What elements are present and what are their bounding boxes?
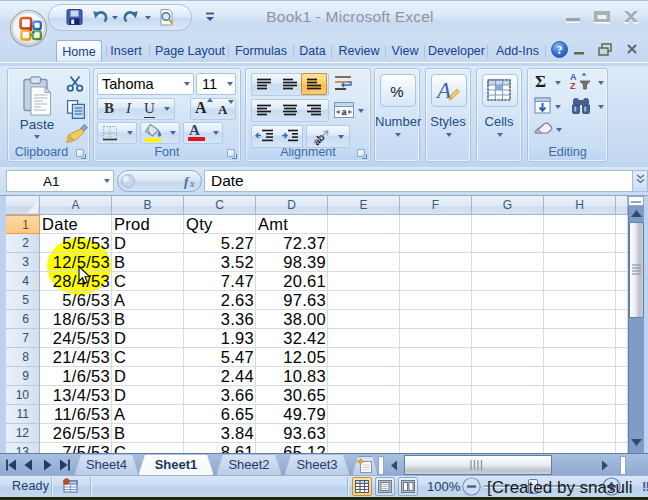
svg-text:?: ? xyxy=(557,44,563,56)
svg-text:Z: Z xyxy=(570,81,576,91)
svg-text:%: % xyxy=(390,83,403,100)
svg-text:x: x xyxy=(189,178,195,189)
